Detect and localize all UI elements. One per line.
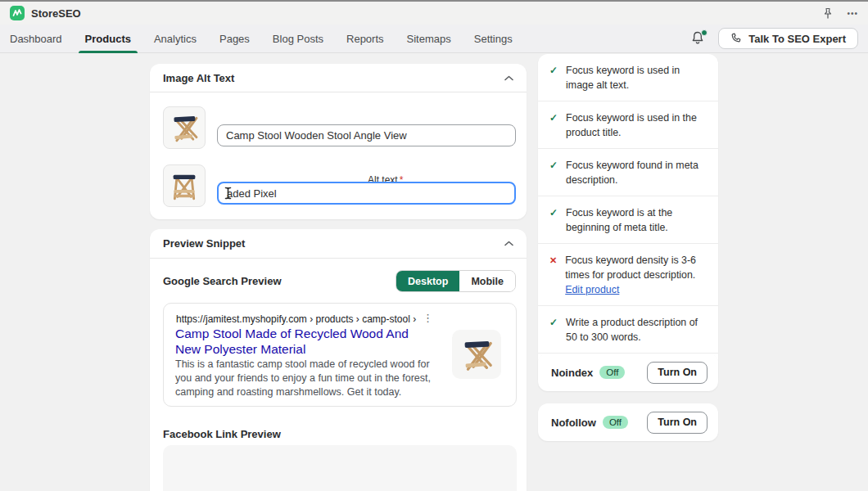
nofollow-turn-on-button[interactable]: Turn On [647, 412, 708, 434]
notifications-bell-icon[interactable] [690, 30, 707, 47]
google-search-preview-label: Google Search Preview [163, 275, 282, 287]
collapse-chevron-icon[interactable] [504, 241, 513, 246]
nav-item-dashboard[interactable]: Dashboard [10, 25, 62, 53]
nav-item-reports[interactable]: Reports [346, 25, 384, 53]
checklist-item: ✓ Focus keyword is used in the product t… [538, 101, 718, 149]
check-icon: ✓ [549, 205, 558, 235]
noindex-status-badge: Off [599, 366, 625, 379]
edit-product-link[interactable]: Edit product [565, 284, 619, 295]
checklist-item: ✓ Focus keyword is at the beginning of m… [538, 196, 718, 244]
nav-item-analytics[interactable]: Analytics [154, 25, 197, 53]
seo-checklist-card: ✓ Focus keyword is used in image alt tex… [538, 54, 718, 385]
check-icon: ✓ [549, 63, 558, 92]
toggle-desktop-button[interactable]: Desktop [396, 271, 459, 291]
noindex-card: Noindex Off Turn On [538, 354, 718, 391]
nofollow-label: Nofollow [551, 417, 596, 429]
alt-text-input-1[interactable] [217, 124, 516, 146]
device-toggle: Desktop Mobile [396, 270, 516, 292]
talk-to-seo-expert-button[interactable]: Talk To SEO Expert [718, 28, 858, 49]
app-title: StoreSEO [31, 7, 81, 20]
noindex-turn-on-button[interactable]: Turn On [647, 362, 708, 384]
product-image-thumbnail-angle [163, 106, 206, 149]
kebab-menu-icon: ⋮ [423, 312, 433, 324]
cross-icon: ✕ [549, 253, 557, 297]
phone-icon [730, 33, 742, 44]
preview-snippet-title: Preview Snippet [163, 237, 245, 250]
preview-snippet-card: Preview Snippet Google Search Preview De… [150, 229, 527, 491]
facebook-link-preview-label: Facebook Link Preview [163, 428, 281, 440]
check-icon: ✓ [549, 158, 558, 187]
facebook-preview-box [163, 445, 517, 491]
alt-text-input-2[interactable] [217, 182, 516, 205]
nav-item-settings[interactable]: Settings [474, 25, 513, 53]
check-icon: ✓ [549, 315, 558, 345]
storeseo-app-window: StoreSEO ••• Dashboard Products Analytic… [0, 0, 868, 491]
noindex-label: Noindex [551, 367, 593, 379]
nav-item-blog-posts[interactable]: Blog Posts [273, 25, 323, 53]
nav-item-sitemaps[interactable]: Sitemaps [407, 25, 451, 53]
nofollow-card: Nofollow Off Turn On [538, 403, 718, 441]
toggle-mobile-button[interactable]: Mobile [459, 271, 515, 291]
notification-dot [701, 29, 708, 36]
preview-result-title: Camp Stool Made of Recycled Wood And New… [175, 326, 434, 357]
nofollow-status-badge: Off [603, 416, 628, 429]
nav-item-products[interactable]: Products [85, 25, 131, 53]
nav-item-pages[interactable]: Pages [219, 25, 250, 53]
pin-icon[interactable] [822, 7, 834, 20]
preview-url-breadcrumb: https://jamitest.myshopify.com › product… [176, 313, 416, 325]
overflow-menu-icon[interactable]: ••• [847, 9, 858, 18]
preview-result-thumbnail [452, 330, 501, 379]
storeseo-logo-icon [10, 6, 25, 20]
check-icon: ✓ [549, 110, 558, 140]
checklist-item: ✓ Focus keyword is used in image alt tex… [538, 54, 718, 101]
image-alt-text-title: Image Alt Text [163, 72, 234, 84]
collapse-chevron-icon[interactable] [504, 75, 513, 81]
checklist-item: ✕ Focus keyword density is 3-6 times for… [538, 244, 718, 306]
image-alt-text-card: Image Alt Text Alt text* Alt text* [150, 64, 527, 219]
google-preview-box: https://jamitest.myshopify.com › product… [163, 303, 517, 407]
main-nav: Dashboard Products Analytics Pages Blog … [0, 25, 868, 53]
preview-result-description: This is a fantastic camp stool made of r… [175, 358, 436, 399]
checklist-item: ✓ Write a product description of 50 to 3… [538, 306, 718, 354]
checklist-item: ✓ Focus keyword found in meta descriptio… [538, 149, 718, 196]
topbar: StoreSEO ••• [0, 2, 868, 25]
product-image-thumbnail-front [163, 164, 206, 207]
